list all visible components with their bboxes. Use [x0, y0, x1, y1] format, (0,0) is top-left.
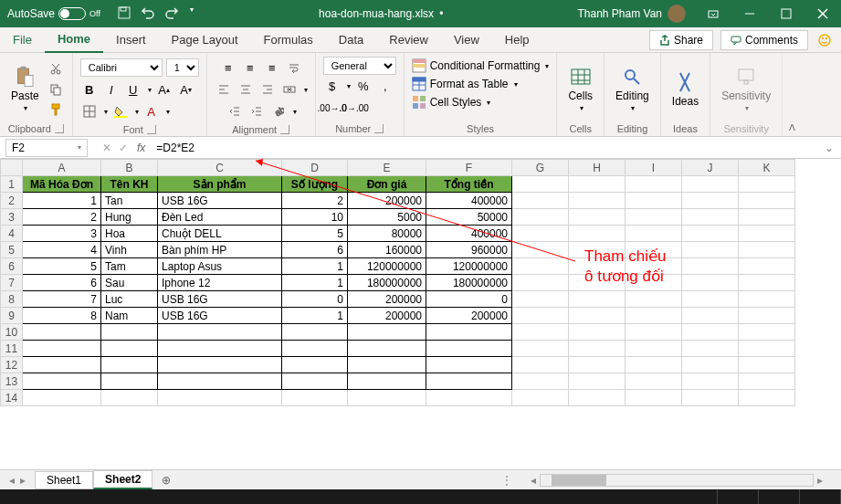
cell[interactable] [282, 390, 348, 406]
cell[interactable]: 200000 [348, 291, 426, 308]
sheet-tab-sheet2[interactable]: Sheet2 [93, 470, 152, 489]
cell[interactable]: 160000 [348, 242, 426, 258]
cells-button[interactable]: Cells▾ [564, 64, 596, 114]
cell[interactable] [682, 308, 739, 324]
cell[interactable] [569, 242, 625, 258]
cell[interactable] [512, 242, 569, 258]
align-left-icon[interactable] [215, 80, 233, 99]
cancel-formula-icon[interactable]: ✕ [102, 142, 111, 154]
table-header-cell[interactable]: Đơn giá [348, 176, 426, 193]
font-name-select[interactable]: Calibri [80, 58, 163, 77]
row-header-9[interactable]: 9 [1, 308, 23, 324]
cell[interactable] [23, 390, 101, 406]
cell[interactable]: 200000 [348, 193, 426, 209]
merge-icon[interactable] [280, 80, 299, 99]
copy-icon[interactable] [47, 80, 65, 99]
cell[interactable] [23, 341, 101, 357]
name-box[interactable]: F2 ▾ [5, 139, 88, 157]
cell[interactable] [426, 341, 512, 357]
cell[interactable]: 200000 [426, 308, 512, 324]
column-header-E[interactable]: E [348, 160, 426, 176]
tab-review[interactable]: Review [376, 27, 441, 53]
cell[interactable]: Chuột DELL [158, 226, 282, 242]
cell[interactable] [158, 390, 282, 406]
cell[interactable] [158, 373, 282, 390]
cell[interactable] [739, 373, 795, 390]
collapse-ribbon-icon[interactable]: ᐱ [789, 122, 795, 132]
cell[interactable] [569, 373, 625, 390]
cell[interactable]: 5000 [348, 209, 426, 226]
cell[interactable] [682, 341, 739, 357]
cell[interactable]: Hung [101, 209, 158, 226]
border-icon[interactable] [80, 102, 99, 121]
cell[interactable] [625, 242, 682, 258]
align-center-icon[interactable] [237, 80, 255, 99]
tab-help[interactable]: Help [492, 27, 542, 53]
cell[interactable] [569, 291, 625, 308]
cell[interactable] [101, 373, 158, 390]
cell[interactable]: 960000 [426, 242, 512, 258]
cell[interactable] [512, 291, 569, 308]
increase-indent-icon[interactable] [247, 102, 266, 121]
cell[interactable]: 6 [282, 242, 348, 258]
cell[interactable]: 3 [23, 226, 101, 242]
cell[interactable]: 10 [282, 209, 348, 226]
wrap-text-icon[interactable] [285, 58, 303, 77]
cell[interactable]: 4 [23, 242, 101, 258]
cell[interactable] [625, 209, 682, 226]
font-color-icon[interactable]: A [142, 102, 161, 121]
cell[interactable] [348, 357, 426, 373]
row-header-5[interactable]: 5 [1, 242, 23, 258]
spreadsheet-grid[interactable]: ABCDEFGHIJK1Mã Hóa ĐơnTên KHSản phẩmSố l… [0, 159, 841, 469]
table-header-cell[interactable]: Sản phẩm [158, 176, 282, 193]
sheet-tab-sheet1[interactable]: Sheet1 [35, 471, 93, 489]
cell[interactable]: 400000 [426, 226, 512, 242]
row-header-6[interactable]: 6 [1, 258, 23, 275]
cell[interactable] [348, 390, 426, 406]
ideas-button[interactable]: Ideas [668, 69, 702, 110]
column-header-J[interactable]: J [682, 160, 739, 176]
cell[interactable] [625, 341, 682, 357]
cell[interactable]: 2 [282, 193, 348, 209]
horizontal-scrollbar[interactable] [540, 474, 814, 487]
cell[interactable] [569, 357, 625, 373]
align-middle-icon[interactable]: ≡ [241, 58, 259, 77]
comments-button[interactable]: Comments [720, 30, 808, 50]
cell[interactable]: Tam [101, 258, 158, 275]
number-format-select[interactable]: General [323, 57, 396, 75]
ribbon-options-button[interactable] [695, 0, 731, 27]
cell[interactable] [158, 357, 282, 373]
cell[interactable]: USB 16G [158, 291, 282, 308]
cell[interactable] [625, 324, 682, 341]
cell[interactable]: Bàn phím HP [158, 242, 282, 258]
cut-icon[interactable] [47, 60, 65, 79]
format-as-table-button[interactable]: Format as Table▾ [412, 75, 518, 93]
cell[interactable] [739, 258, 795, 275]
clipboard-dialog-launcher[interactable] [55, 124, 64, 133]
column-header-A[interactable]: A [23, 160, 101, 176]
cell[interactable]: 7 [23, 291, 101, 308]
cell[interactable]: 120000000 [426, 258, 512, 275]
cell[interactable]: 6 [23, 275, 101, 291]
row-header-7[interactable]: 7 [1, 275, 23, 291]
cell[interactable] [569, 176, 625, 193]
maximize-button[interactable] [768, 0, 804, 27]
cell[interactable] [23, 373, 101, 390]
cell[interactable]: Luc [101, 291, 158, 308]
table-header-cell[interactable]: Tên KH [101, 176, 158, 193]
tab-formulas[interactable]: Formulas [251, 27, 326, 53]
sheet-nav-next-icon[interactable]: ▸ [20, 474, 26, 487]
row-header-14[interactable]: 14 [1, 390, 23, 406]
cell[interactable] [682, 258, 739, 275]
italic-button[interactable]: I [102, 80, 121, 99]
cell[interactable] [569, 390, 625, 406]
cell[interactable] [512, 308, 569, 324]
tab-file[interactable]: File [0, 27, 45, 53]
cell[interactable] [512, 390, 569, 406]
table-header-cell[interactable]: Số lượng [282, 176, 348, 193]
cell[interactable] [569, 226, 625, 242]
cell[interactable] [682, 390, 739, 406]
cell[interactable]: USB 16G [158, 308, 282, 324]
underline-button[interactable]: U [124, 80, 142, 99]
bold-button[interactable]: B [80, 80, 99, 99]
